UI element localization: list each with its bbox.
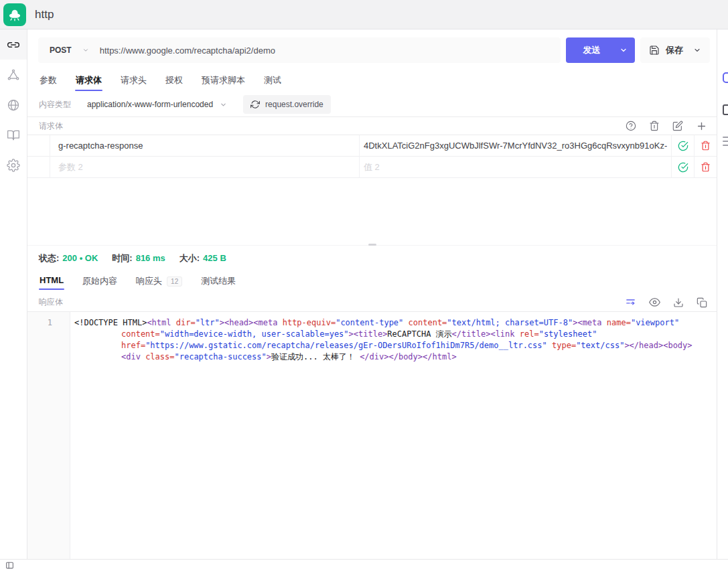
globe-icon (7, 98, 20, 112)
refresh-icon (250, 100, 260, 109)
response-body-toolbar: 响应体 (27, 293, 717, 312)
request-override-button[interactable]: request.override (243, 95, 331, 114)
sidebar-item-rest[interactable] (0, 29, 27, 60)
time-value: 816 ms (136, 253, 165, 263)
sidebar-item-settings[interactable] (0, 150, 27, 180)
status-value: 200 • OK (62, 253, 98, 263)
bulk-edit-button[interactable] (672, 120, 683, 131)
response-body-code: <!DOCTYPE HTML><html dir="ltr"><head><me… (70, 312, 717, 559)
param-delete-cell (694, 157, 717, 177)
send-button[interactable]: 发送 (566, 37, 635, 63)
tab-body[interactable]: 请求体 (75, 71, 102, 92)
download-button[interactable] (673, 297, 684, 308)
response-body-label: 响应体 (39, 297, 63, 308)
link-icon (7, 38, 20, 52)
right-panel-icon-fragment[interactable] (723, 104, 728, 115)
param-value-cell (360, 157, 671, 177)
tab-html[interactable]: HTML (39, 272, 64, 291)
url-input[interactable] (100, 37, 561, 63)
param-toggle-cell (671, 157, 694, 177)
request-body-label: 请求体 (39, 120, 63, 132)
param-key-cell (50, 157, 360, 177)
request-body-section-head: 请求体 (27, 116, 717, 135)
param-row (27, 135, 717, 157)
sidebar-layout-icon (5, 561, 14, 570)
help-button[interactable] (626, 120, 636, 131)
main-panel: POST 发送 保存 参数 请求体 请求头 授权 预请求脚本 测试 (27, 29, 717, 559)
param-enabled-toggle[interactable] (678, 162, 688, 173)
response-status-row: 状态: 200 • OK 时间: 816 ms 大小: 425 B (27, 246, 717, 268)
gear-icon (7, 159, 20, 172)
param-key-cell (50, 135, 360, 156)
help-circle-icon (626, 120, 636, 131)
tab-raw[interactable]: 原始内容 (82, 272, 118, 293)
line-number-gutter: 1 (27, 312, 70, 559)
param-delete-cell (694, 135, 717, 156)
param-key-input[interactable] (58, 141, 352, 151)
response-tabs: HTML 原始内容 响应头12 测试结果 (27, 272, 717, 293)
status-label: 状态: (39, 252, 59, 264)
tab-authorization[interactable]: 授权 (165, 71, 184, 92)
add-param-button[interactable] (696, 120, 707, 132)
response-time-group: 时间: 816 ms (112, 252, 165, 264)
tab-response-headers-label: 响应头 (136, 276, 162, 286)
save-icon (649, 45, 660, 56)
tab-tests[interactable]: 测试 (263, 71, 282, 92)
pane-divider (27, 245, 717, 246)
left-sidebar (0, 29, 27, 559)
chevron-down-icon (620, 46, 628, 54)
pane-resize-handle[interactable] (368, 244, 376, 246)
save-button[interactable]: 保存 (640, 37, 710, 63)
sidebar-item-docs[interactable] (0, 120, 27, 150)
plus-icon (696, 120, 707, 132)
request-override-label: request.override (265, 100, 323, 109)
right-panel-list-icon-fragment[interactable] (723, 137, 728, 149)
param-value-cell (360, 135, 671, 156)
content-type-label: 内容类型 (39, 99, 71, 110)
send-options-caret[interactable] (612, 46, 635, 54)
param-enabled-toggle[interactable] (678, 141, 688, 151)
sidebar-item-realtime[interactable] (0, 90, 27, 120)
param-delete-button[interactable] (701, 162, 711, 172)
drag-handle-cell[interactable] (27, 157, 50, 177)
size-label: 大小: (179, 252, 200, 264)
tab-test-results[interactable]: 测试结果 (200, 272, 236, 293)
toggle-sidebar-button[interactable] (5, 561, 14, 570)
bottom-bar (0, 559, 728, 571)
response-size-group: 大小: 425 B (179, 252, 226, 264)
param-value-input[interactable] (364, 141, 667, 151)
tab-params[interactable]: 参数 (39, 71, 58, 92)
save-options-caret[interactable] (693, 46, 701, 54)
trash-icon (701, 141, 711, 151)
graphql-icon (7, 68, 20, 82)
app-logo (3, 3, 26, 26)
param-toggle-cell (671, 135, 694, 156)
delete-all-button[interactable] (649, 120, 660, 131)
chevron-down-icon (220, 101, 227, 108)
trash-icon (649, 120, 660, 131)
method-select[interactable]: POST (38, 46, 100, 55)
right-panel-collapsed (717, 29, 728, 559)
param-key-input[interactable] (58, 162, 352, 172)
wrap-lines-button[interactable] (625, 297, 636, 308)
time-label: 时间: (112, 252, 132, 264)
send-button-label: 发送 (566, 44, 612, 56)
preview-button[interactable] (649, 297, 660, 308)
tab-response-headers[interactable]: 响应头12 (135, 272, 183, 293)
content-type-select[interactable]: application/x-www-form-urlencoded (87, 100, 227, 109)
right-panel-icon-fragment[interactable] (723, 72, 728, 83)
response-body-actions (625, 297, 707, 308)
response-code-viewer: 1 <!DOCTYPE HTML><html dir="ltr"><head><… (27, 312, 717, 559)
edit-icon (672, 120, 683, 131)
param-row (27, 157, 717, 178)
copy-button[interactable] (697, 297, 707, 308)
ufo-logo-icon (7, 7, 22, 22)
param-value-input[interactable] (364, 162, 667, 172)
drag-handle-cell[interactable] (27, 135, 50, 156)
sidebar-item-graphql[interactable] (0, 60, 27, 90)
tab-prerequest-script[interactable]: 预请求脚本 (201, 71, 246, 92)
param-delete-button[interactable] (701, 141, 711, 151)
tab-headers[interactable]: 请求头 (120, 71, 147, 92)
save-button-label: 保存 (666, 44, 683, 56)
check-circle-icon (678, 141, 688, 151)
